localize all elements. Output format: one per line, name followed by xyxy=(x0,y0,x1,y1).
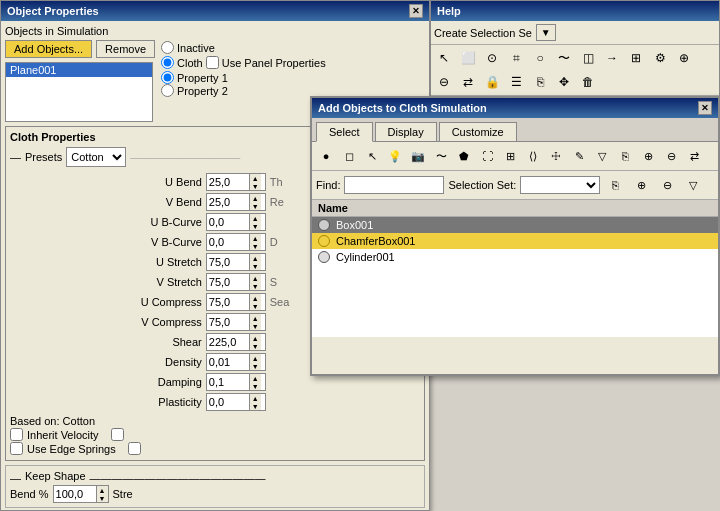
objects-list-box[interactable]: Plane001 xyxy=(5,62,153,122)
region-icon[interactable]: ◫ xyxy=(577,47,599,69)
dtb-light-icon[interactable]: 💡 xyxy=(384,145,406,167)
move-icon[interactable]: ✥ xyxy=(553,71,575,93)
use-edge-springs-checkbox2[interactable] xyxy=(128,442,141,455)
shear-down[interactable]: ▼ xyxy=(250,342,261,350)
density-down[interactable]: ▼ xyxy=(250,362,261,370)
tab-select[interactable]: Select xyxy=(316,122,373,142)
trash-icon[interactable]: 🗑 xyxy=(577,71,599,93)
density-input[interactable] xyxy=(207,354,249,370)
v-stretch-up[interactable]: ▲ xyxy=(250,274,261,282)
remove-icon[interactable]: ⊖ xyxy=(433,71,455,93)
u-bend-up[interactable]: ▲ xyxy=(250,174,261,182)
dtb-add2-icon[interactable]: ⊕ xyxy=(637,145,659,167)
fence-icon[interactable]: ⌗ xyxy=(505,47,527,69)
dtb-bone-icon[interactable]: ☩ xyxy=(545,145,567,167)
lock-icon[interactable]: 🔒 xyxy=(481,71,503,93)
cloth-radio[interactable] xyxy=(161,56,174,69)
v-bend-input[interactable] xyxy=(207,194,249,210)
filter-icon[interactable]: ⊞ xyxy=(625,47,647,69)
objects-list[interactable]: Box001 ChamferBox001 Cylinder001 xyxy=(312,217,718,337)
dtb-geo-icon[interactable]: ⬟ xyxy=(453,145,475,167)
list-item[interactable]: ChamferBox001 xyxy=(312,233,718,249)
sel-copy-icon[interactable]: ⎘ xyxy=(604,174,626,196)
v-compress-input[interactable] xyxy=(207,314,249,330)
dtb-filter-icon[interactable]: ▽ xyxy=(591,145,613,167)
bend-pct-up[interactable]: ▲ xyxy=(97,486,108,494)
bend-pct-down[interactable]: ▼ xyxy=(97,494,108,502)
obj-properties-close[interactable]: ✕ xyxy=(409,4,423,18)
layers-icon[interactable]: ☰ xyxy=(505,71,527,93)
plasticity-down[interactable]: ▼ xyxy=(250,402,261,410)
dtb-select-icon[interactable]: ◻ xyxy=(338,145,360,167)
remove-button[interactable]: Remove xyxy=(96,40,155,58)
dtb-copy2-icon[interactable]: ⎘ xyxy=(614,145,636,167)
bend-pct-input[interactable] xyxy=(54,486,96,502)
u-bcurve-up[interactable]: ▲ xyxy=(250,214,261,222)
tab-display[interactable]: Display xyxy=(375,122,437,141)
v-compress-down[interactable]: ▼ xyxy=(250,322,261,330)
dtb-cursor-icon[interactable]: ↖ xyxy=(361,145,383,167)
arrow-icon[interactable]: → xyxy=(601,47,623,69)
damping-down[interactable]: ▼ xyxy=(250,382,261,390)
dtb-helper-icon[interactable]: ⊞ xyxy=(499,145,521,167)
u-compress-down[interactable]: ▼ xyxy=(250,302,261,310)
inactive-radio[interactable] xyxy=(161,41,174,54)
shear-input[interactable] xyxy=(207,334,249,350)
sel-sub-icon[interactable]: ⊖ xyxy=(656,174,678,196)
presets-select[interactable]: Cotton Silk Leather xyxy=(66,147,126,167)
damping-up[interactable]: ▲ xyxy=(250,374,261,382)
add-objects-close[interactable]: ✕ xyxy=(698,101,712,115)
add-icon[interactable]: ⊕ xyxy=(673,47,695,69)
use-panel-checkbox[interactable] xyxy=(206,56,219,69)
find-input[interactable] xyxy=(344,176,444,194)
sel-filter-icon[interactable]: ▽ xyxy=(682,174,704,196)
u-compress-input[interactable] xyxy=(207,294,249,310)
cursor-icon[interactable]: ↖ xyxy=(433,47,455,69)
u-bcurve-down[interactable]: ▼ xyxy=(250,222,261,230)
circle-select-icon[interactable]: ○ xyxy=(529,47,551,69)
u-bcurve-input[interactable] xyxy=(207,214,249,230)
inherit-velocity-checkbox2[interactable] xyxy=(111,428,124,441)
list-item[interactable]: Cylinder001 xyxy=(312,249,718,265)
sel-set-combo[interactable] xyxy=(520,176,600,194)
invert-icon[interactable]: ⇄ xyxy=(457,71,479,93)
u-stretch-input[interactable] xyxy=(207,254,249,270)
v-bend-down[interactable]: ▼ xyxy=(250,202,261,210)
list-item[interactable]: Box001 xyxy=(312,217,718,233)
u-compress-up[interactable]: ▲ xyxy=(250,294,261,302)
density-up[interactable]: ▲ xyxy=(250,354,261,362)
lasso-icon[interactable]: ⊙ xyxy=(481,47,503,69)
u-bend-input[interactable] xyxy=(207,174,249,190)
v-bcurve-down[interactable]: ▼ xyxy=(250,242,261,250)
property1-radio[interactable] xyxy=(161,71,174,84)
inherit-velocity-checkbox[interactable] xyxy=(10,428,23,441)
dtb-shape-icon[interactable]: ⛶ xyxy=(476,145,498,167)
v-compress-up[interactable]: ▲ xyxy=(250,314,261,322)
dtb-wave-icon[interactable]: 〜 xyxy=(430,145,452,167)
u-stretch-up[interactable]: ▲ xyxy=(250,254,261,262)
add-objects-button[interactable]: Add Objects... xyxy=(5,40,92,58)
sel-add-icon[interactable]: ⊕ xyxy=(630,174,652,196)
v-stretch-down[interactable]: ▼ xyxy=(250,282,261,290)
plasticity-up[interactable]: ▲ xyxy=(250,394,261,402)
tab-customize[interactable]: Customize xyxy=(439,122,517,141)
plasticity-input[interactable] xyxy=(207,394,249,410)
gear-icon[interactable]: ⚙ xyxy=(649,47,671,69)
select-rect-icon[interactable]: ⬜ xyxy=(457,47,479,69)
v-bend-up[interactable]: ▲ xyxy=(250,194,261,202)
u-stretch-down[interactable]: ▼ xyxy=(250,262,261,270)
shear-up[interactable]: ▲ xyxy=(250,334,261,342)
wave-icon[interactable]: 〜 xyxy=(553,47,575,69)
property2-radio[interactable] xyxy=(161,84,174,97)
use-edge-springs-checkbox[interactable] xyxy=(10,442,23,455)
u-bend-down[interactable]: ▼ xyxy=(250,182,261,190)
dtb-edit-icon[interactable]: ✎ xyxy=(568,145,590,167)
dtb-circle-icon[interactable]: ● xyxy=(315,145,337,167)
damping-input[interactable] xyxy=(207,374,249,390)
dtb-invert2-icon[interactable]: ⇄ xyxy=(683,145,705,167)
create-selection-btn[interactable]: ▼ xyxy=(536,24,556,41)
v-stretch-input[interactable] xyxy=(207,274,249,290)
dtb-subtract-icon[interactable]: ⊖ xyxy=(660,145,682,167)
copy-icon[interactable]: ⎘ xyxy=(529,71,551,93)
v-bcurve-input[interactable] xyxy=(207,234,249,250)
